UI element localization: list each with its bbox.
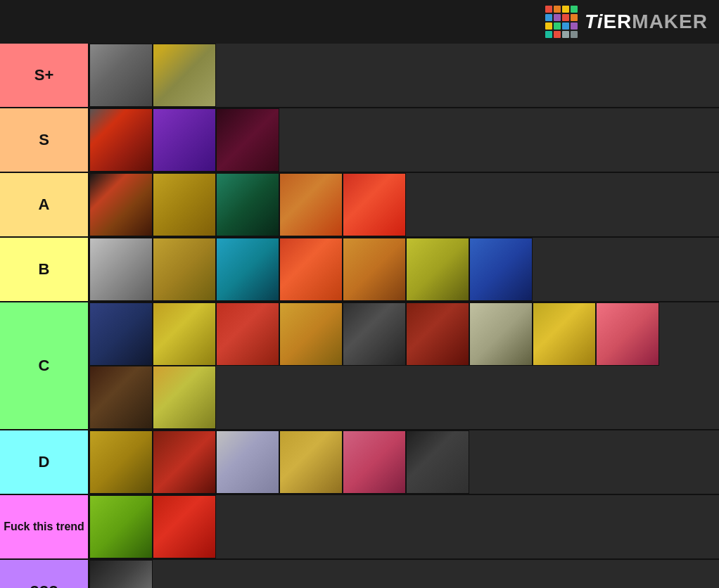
tier-item-s1[interactable] (89, 108, 153, 172)
tier-item-c1[interactable] (89, 302, 153, 366)
tier-item-c2[interactable] (153, 302, 216, 366)
tier-item-d2[interactable] (153, 430, 216, 494)
logo-cell (545, 31, 552, 38)
tier-item-d1[interactable] (89, 430, 153, 494)
tier-items-c (88, 302, 719, 429)
logo-cell (545, 14, 552, 21)
tier-item-d6[interactable] (406, 430, 469, 494)
tier-items-a (88, 173, 719, 236)
tier-row-c: C (0, 302, 719, 430)
tier-item-d5[interactable] (343, 430, 406, 494)
tier-row-ftt: Fuck this trend (0, 495, 719, 560)
tier-item-c4[interactable] (279, 302, 343, 366)
tier-list: S+SABCDFuck this trend??? (0, 44, 719, 588)
header: TiERMAKER (0, 0, 719, 44)
tier-item-b2[interactable] (153, 238, 216, 301)
tier-label-d: D (0, 430, 88, 494)
logo-cell (554, 23, 561, 30)
tier-row-s: S (0, 108, 719, 173)
tier-item-d4[interactable] (279, 430, 343, 494)
tier-item-q1[interactable] (89, 560, 153, 588)
tier-item-b6[interactable] (406, 238, 469, 301)
tier-label-a: A (0, 173, 88, 236)
logo-cell (554, 6, 561, 13)
tier-items-b (88, 238, 719, 301)
logo-cell (554, 14, 561, 21)
tier-item-c5[interactable] (343, 302, 406, 366)
tier-items-s (88, 108, 719, 172)
logo-cell (571, 31, 578, 38)
logo-cell (571, 6, 578, 13)
tier-row-d: D (0, 430, 719, 495)
tier-item-b4[interactable] (279, 238, 343, 301)
tier-row-b: B (0, 238, 719, 302)
tier-item-c9[interactable] (596, 302, 659, 366)
tiermaker-logo: TiERMAKER (545, 6, 708, 38)
tier-label-b: B (0, 238, 88, 301)
tier-items-d (88, 430, 719, 494)
tier-item-f1[interactable] (89, 495, 153, 558)
tier-label-qqq: ??? (0, 560, 88, 588)
tier-item-s2[interactable] (153, 108, 216, 172)
tier-label-ftt: Fuck this trend (0, 495, 88, 558)
logo-grid-icon (545, 6, 578, 38)
tier-item-c11[interactable] (153, 366, 216, 429)
tier-items-ftt (88, 495, 719, 558)
tier-label-c: C (0, 302, 88, 429)
logo-cell (562, 14, 569, 21)
tier-item-a1[interactable] (89, 173, 153, 236)
tier-item-a5[interactable] (343, 173, 406, 236)
tier-item-c8[interactable] (533, 302, 596, 366)
tier-item-b1[interactable] (89, 238, 153, 301)
logo-cell (571, 23, 578, 30)
tier-row-a: A (0, 173, 719, 238)
tier-item-s3[interactable] (216, 108, 279, 172)
tier-row-qqq: ??? (0, 560, 719, 588)
tier-row-splus: S+ (0, 44, 719, 108)
tier-item-c10[interactable] (89, 366, 153, 429)
tier-item-a2[interactable] (153, 173, 216, 236)
tier-label-splus: S+ (0, 44, 88, 107)
logo-cell (562, 23, 569, 30)
tier-item-a4[interactable] (279, 173, 343, 236)
logo-cell (571, 14, 578, 21)
tier-item-c6[interactable] (406, 302, 469, 366)
logo-cell (545, 23, 552, 30)
logo-cell (545, 6, 552, 13)
tier-item-a3[interactable] (216, 173, 279, 236)
tier-label-s: S (0, 108, 88, 172)
tier-item-b7[interactable] (469, 238, 533, 301)
tiermaker-text: TiERMAKER (585, 11, 708, 33)
tier-item-sp2[interactable] (153, 44, 216, 107)
logo-cell (562, 6, 569, 13)
tier-item-b5[interactable] (343, 238, 406, 301)
tier-items-splus (88, 44, 719, 107)
logo-cell (562, 31, 569, 38)
tier-item-f2[interactable] (153, 495, 216, 558)
logo-cell (554, 31, 561, 38)
tier-item-b3[interactable] (216, 238, 279, 301)
tier-item-sp1[interactable] (89, 44, 153, 107)
tier-item-d3[interactable] (216, 430, 279, 494)
tier-item-c3[interactable] (216, 302, 279, 366)
tier-item-c7[interactable] (469, 302, 533, 366)
tier-items-qqq (88, 560, 719, 588)
